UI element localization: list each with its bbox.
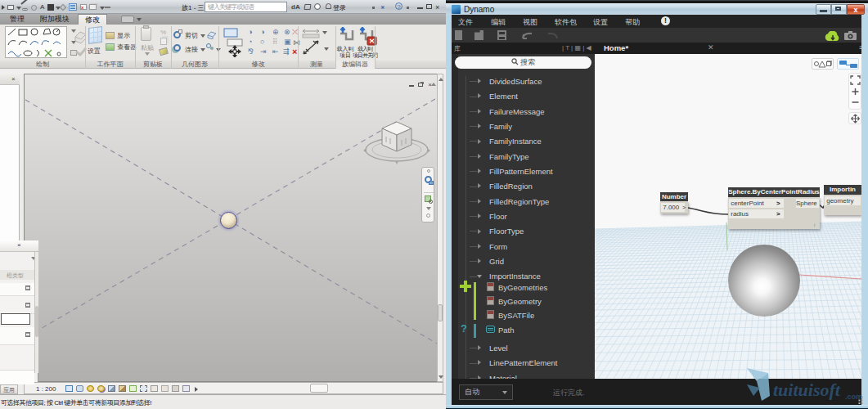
svg-text:tuituisoft: tuituisoft [773, 380, 841, 400]
